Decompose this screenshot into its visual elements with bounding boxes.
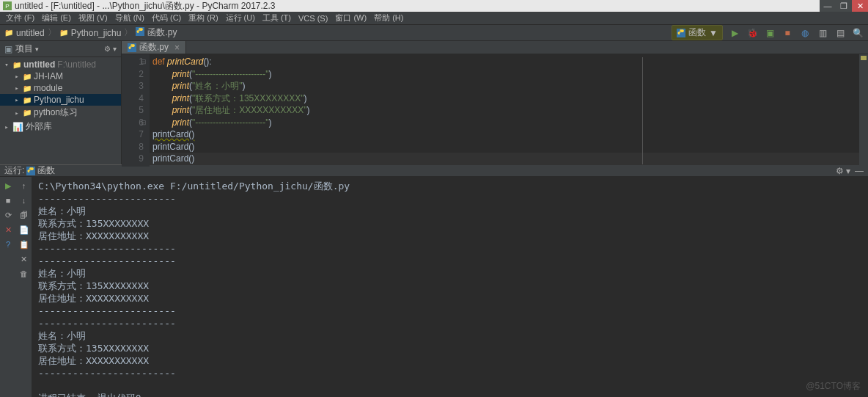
- menu-item[interactable]: 重构 (R): [185, 12, 221, 23]
- breadcrumb-separator: 〉: [48, 26, 56, 39]
- console-ctrl-button[interactable]: 📋: [18, 238, 30, 250]
- folder-icon: 📁: [59, 29, 68, 37]
- run-coverage-button[interactable]: ▣: [764, 27, 776, 39]
- tree-item[interactable]: ▸📁module: [0, 82, 121, 94]
- line-number-gutter: ⊟ ⊟ 123456789: [122, 54, 150, 167]
- expand-icon[interactable]: ▸: [13, 73, 21, 80]
- breadcrumb-item[interactable]: 函数.py: [147, 26, 177, 39]
- console-ctrl-button[interactable]: ✕: [2, 224, 14, 236]
- tab-filename: 函数.py: [139, 41, 169, 54]
- editor-tabs: 函数.py ×: [122, 41, 868, 54]
- expand-icon[interactable]: ▸: [13, 109, 21, 117]
- editor-tab[interactable]: 函数.py ×: [122, 41, 186, 54]
- project-tree: ▾ 📁 untitled F:\untitled ▸📁JH-IAM▸📁modul…: [0, 57, 121, 135]
- console-ctrl-button[interactable]: ▶: [2, 180, 14, 192]
- run-panel-header[interactable]: 运行: 函数 ⚙ ▾ —: [0, 165, 868, 177]
- run-button[interactable]: ▶: [729, 27, 740, 39]
- console-ctrl-button[interactable]: ■: [2, 194, 14, 206]
- run-settings-icon[interactable]: ⚙ ▾: [836, 166, 850, 176]
- window-title: untitled - [F:\untitled] - ...\Python_ji…: [15, 0, 276, 12]
- watermark: @51CTO博客: [806, 380, 861, 393]
- tree-item[interactable]: ▸📁JH-IAM: [0, 70, 121, 82]
- folder-icon: 📁: [23, 84, 32, 92]
- console-ctrl-button[interactable]: ✕: [18, 253, 30, 265]
- menu-item[interactable]: 编辑 (E): [39, 12, 74, 23]
- breadcrumb-item[interactable]: Python_jichu: [71, 28, 122, 38]
- tree-item[interactable]: ▸📁python练习: [0, 106, 121, 120]
- run-hide-icon[interactable]: —: [855, 166, 864, 176]
- folder-icon: 📁: [12, 61, 21, 69]
- menu-item[interactable]: 工具 (T): [260, 12, 294, 23]
- breadcrumb-item[interactable]: untitled: [16, 28, 45, 38]
- search-icon[interactable]: 🔍: [852, 27, 864, 39]
- tree-item-label: 外部库: [26, 120, 52, 133]
- console-ctrl-button[interactable]: 🗐: [18, 209, 30, 221]
- tab-close-icon[interactable]: ×: [174, 43, 180, 53]
- tree-item-label: module: [34, 83, 62, 93]
- code-text[interactable]: def printCard(): print("----------------…: [150, 54, 859, 167]
- console-ctrl-button[interactable]: ⟳: [2, 209, 14, 221]
- ide-settings-icon[interactable]: ◍: [799, 27, 811, 39]
- expand-icon[interactable]: ▾: [3, 61, 10, 68]
- run-panel-label: 运行:: [4, 164, 24, 177]
- sidebar-title: 项目: [15, 43, 33, 55]
- tree-item-label: JH-IAM: [34, 71, 63, 81]
- window-close-button[interactable]: ✕: [852, 0, 868, 12]
- window-titlebar: P untitled - [F:\untitled] - ...\Python_…: [0, 0, 868, 12]
- tree-item[interactable]: ▸📁Python_jichu: [0, 94, 121, 106]
- menu-item[interactable]: 代码 (C): [149, 12, 184, 23]
- expand-icon[interactable]: ▸: [13, 84, 21, 92]
- menu-item[interactable]: 文件 (F): [3, 12, 37, 23]
- console-ctrl-button[interactable]: ↑: [18, 180, 30, 192]
- toolbar-icon-2[interactable]: ▤: [834, 27, 846, 39]
- menu-item[interactable]: 窗口 (W): [332, 12, 369, 23]
- console-ctrl-button[interactable]: ?: [2, 238, 14, 250]
- tree-external-libs[interactable]: ▸ 📊 外部库: [0, 120, 121, 134]
- breadcrumb: 📁untitled〉📁Python_jichu〉函数.py: [4, 26, 177, 39]
- window-minimize-button[interactable]: —: [820, 0, 836, 12]
- debug-button[interactable]: 🐞: [746, 27, 758, 39]
- menu-item[interactable]: 帮助 (H): [371, 12, 406, 23]
- run-config-name: 函数: [688, 26, 706, 39]
- tree-root[interactable]: ▾ 📁 untitled F:\untitled: [0, 59, 121, 70]
- console-ctrl-button[interactable]: ↓: [18, 194, 30, 206]
- console-controls-1: ▶■⟳✕?: [0, 177, 16, 397]
- tree-item-label: python练习: [34, 106, 78, 119]
- sidebar-gear-icon[interactable]: ⚙ ▾: [104, 45, 117, 53]
- console-controls-2: ↑↓🗐📄📋✕🗑: [16, 177, 32, 397]
- menu-item[interactable]: 导航 (N): [112, 12, 147, 23]
- run-console: ▶■⟳✕? ↑↓🗐📄📋✕🗑 C:\Python34\python.exe F:/…: [0, 177, 868, 397]
- code-editor[interactable]: ⊟ ⊟ 123456789 def printCard(): print("--…: [122, 54, 868, 167]
- python-file-icon: [128, 43, 136, 52]
- toolbar-icon-1[interactable]: ▥: [817, 27, 828, 39]
- svg-point-2: [680, 30, 680, 31]
- warning-indicator[interactable]: [861, 56, 867, 60]
- editor-area: 函数.py × ⊟ ⊟ 123456789 def printCard(): p…: [122, 41, 868, 164]
- console-ctrl-button[interactable]: 📄: [18, 224, 30, 236]
- chevron-down-icon: ▾: [35, 45, 39, 53]
- library-icon: 📊: [12, 122, 23, 132]
- window-maximize-button[interactable]: ❐: [836, 0, 852, 12]
- editor-scrollbar[interactable]: [859, 54, 868, 167]
- navigation-bar: 📁untitled〉📁Python_jichu〉函数.py 函数 ▼ ▶ 🐞 ▣…: [0, 25, 868, 41]
- run-config-dropdown[interactable]: 函数 ▼: [672, 25, 723, 40]
- console-ctrl-button[interactable]: 🗑: [18, 268, 30, 280]
- tree-root-path: F:\untitled: [57, 59, 96, 70]
- menu-item[interactable]: VCS (S): [295, 14, 331, 23]
- menu-item[interactable]: 运行 (U): [223, 12, 258, 23]
- project-sidebar: ▣ 项目 ▾ ⚙ ▾ ▾ 📁 untitled F:\untitled ▸📁JH…: [0, 41, 122, 164]
- breadcrumb-separator: 〉: [124, 26, 133, 39]
- expand-icon[interactable]: ▸: [13, 96, 21, 103]
- folder-icon: 📁: [4, 29, 13, 37]
- python-file-icon: [26, 167, 35, 175]
- tree-root-label: untitled: [23, 59, 55, 70]
- app-icon: P: [3, 1, 12, 10]
- python-file-icon: [136, 27, 144, 38]
- tree-item-label: Python_jichu: [34, 95, 84, 105]
- console-output[interactable]: C:\Python34\python.exe F:/untitled/Pytho…: [32, 177, 868, 397]
- expand-icon[interactable]: ▸: [3, 123, 10, 131]
- stop-button[interactable]: ■: [781, 27, 793, 39]
- sidebar-header[interactable]: ▣ 项目 ▾ ⚙ ▾: [0, 41, 121, 57]
- folder-icon: 📁: [23, 73, 32, 81]
- menu-item[interactable]: 视图 (V): [76, 12, 111, 23]
